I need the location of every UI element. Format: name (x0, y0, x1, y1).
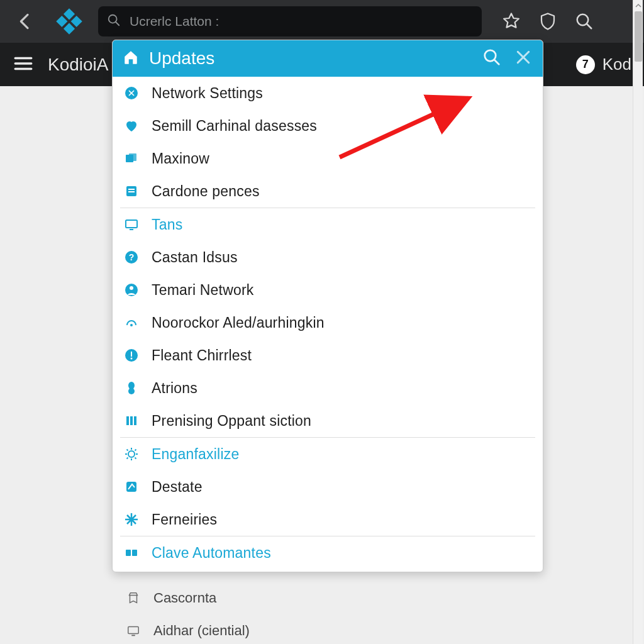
svg-point-27 (130, 324, 133, 326)
item-label: Network Settings (152, 85, 263, 102)
close-icon (514, 48, 533, 67)
item-label: Aidhar (ciential) (153, 623, 250, 639)
shield-outline-icon (538, 12, 557, 31)
svg-rect-35 (134, 416, 136, 425)
item-label: Destate (152, 479, 203, 496)
item-label: Clave Automantes (152, 545, 271, 562)
dropdown-item[interactable]: Noorockor Aled/aurhingkin (113, 306, 543, 339)
item-icon: ? (121, 250, 142, 265)
dropdown-item[interactable]: Fleant Chirrlest (113, 339, 543, 372)
item-icon (121, 86, 142, 101)
svg-rect-29 (131, 352, 132, 357)
svg-rect-3 (64, 23, 75, 35)
magnifier-icon (575, 12, 594, 31)
dropdown-item[interactable]: Destate (113, 470, 543, 503)
svg-rect-1 (71, 16, 82, 27)
svg-rect-34 (130, 416, 133, 425)
svg-line-42 (135, 458, 136, 459)
app-logo[interactable] (44, 8, 94, 35)
item-icon (121, 118, 142, 133)
item-icon (121, 217, 142, 232)
app-title: KodioiA (48, 55, 109, 75)
url-text: Ucrerlc Latton : (130, 14, 219, 29)
favorites-button[interactable] (502, 12, 521, 31)
item-label: Semill Carhinal dasesses (152, 118, 317, 135)
svg-rect-47 (132, 550, 137, 556)
search-icon (482, 48, 501, 67)
svg-rect-49 (128, 627, 139, 634)
toolbar-icons (502, 12, 594, 31)
search-button[interactable] (575, 12, 594, 31)
url-bar[interactable]: Ucrerlc Latton : (98, 6, 482, 36)
item-label: Castan Idsus (152, 249, 238, 266)
item-label: Ferneiries (152, 511, 217, 528)
item-icon (121, 380, 142, 396)
notifications-area[interactable]: 7 Kod (576, 55, 631, 74)
dropdown-item[interactable]: Semill Carhinal dasesses (113, 109, 543, 142)
svg-rect-19 (128, 189, 135, 190)
svg-line-44 (135, 450, 136, 451)
svg-rect-22 (130, 229, 133, 230)
item-icon (123, 591, 143, 605)
svg-rect-21 (126, 220, 137, 228)
item-label: Enganfaxilize (152, 446, 239, 463)
overflow-item[interactable]: Aidhar (ciential) (117, 614, 538, 644)
notification-label: Kod (602, 55, 631, 74)
overflow-item[interactable]: Cascornta (117, 582, 538, 614)
item-icon (123, 624, 143, 638)
hamburger-icon (13, 53, 34, 74)
svg-rect-50 (131, 635, 135, 636)
item-label: Prenising Oppant siction (152, 413, 311, 430)
scroll-up-button[interactable] (633, 0, 643, 11)
dropdown-item[interactable]: Clave Automantes (113, 536, 543, 569)
shield-button[interactable] (538, 12, 557, 31)
dropdown-item[interactable]: Atrions (113, 372, 543, 404)
search-icon (107, 13, 121, 30)
home-icon (123, 49, 139, 68)
item-icon (121, 447, 142, 462)
notification-count-badge: 7 (576, 55, 595, 74)
dropdown-list: Network SettingsSemill Carhinal dasesses… (113, 77, 543, 572)
dropdown-item[interactable]: Network Settings (113, 77, 543, 109)
svg-line-12 (494, 60, 499, 65)
svg-rect-0 (64, 8, 75, 19)
svg-text:?: ? (129, 252, 135, 262)
settings-dropdown: Updates Network SettingsSemill Carhinal … (112, 40, 543, 572)
item-icon (121, 348, 142, 363)
scrollbar-thumb[interactable] (635, 11, 642, 62)
item-icon (121, 512, 142, 527)
item-icon (121, 315, 142, 330)
dropdown-item[interactable]: Maxinow (113, 142, 543, 175)
dropdown-item[interactable]: Enganfaxilize (113, 438, 543, 470)
kodi-logo-icon (55, 8, 83, 35)
svg-rect-17 (129, 153, 136, 161)
dropdown-item[interactable]: Cardone pences (113, 175, 543, 208)
dropdown-item[interactable]: Ferneiries (113, 503, 543, 536)
item-label: Cardone pences (152, 183, 260, 200)
svg-rect-45 (126, 482, 136, 492)
menu-button[interactable] (13, 53, 34, 77)
item-icon (121, 282, 142, 297)
svg-line-7 (587, 24, 592, 29)
dropdown-item[interactable]: ?Castan Idsus (113, 241, 543, 274)
svg-point-30 (131, 358, 133, 360)
item-icon (121, 184, 142, 199)
dropdown-item[interactable]: Tans (113, 208, 543, 241)
browser-top-bar: Ucrerlc Latton : (0, 0, 644, 43)
item-label: Fleant Chirrlest (152, 347, 252, 364)
vertical-scrollbar[interactable] (633, 0, 643, 644)
dropdown-search-button[interactable] (482, 48, 501, 69)
svg-rect-2 (56, 16, 67, 27)
chevron-up-icon (635, 3, 641, 9)
dropdown-item[interactable]: Prenising Oppant siction (113, 404, 543, 437)
svg-point-32 (128, 388, 135, 394)
dropdown-item[interactable]: Temari Network (113, 274, 543, 306)
back-button[interactable] (6, 11, 44, 31)
item-icon (121, 479, 142, 494)
svg-point-26 (130, 286, 133, 290)
svg-point-36 (128, 451, 135, 457)
item-label: Atrions (152, 380, 197, 397)
svg-rect-33 (126, 416, 129, 425)
dropdown-close-button[interactable] (514, 48, 533, 69)
svg-rect-20 (128, 191, 135, 192)
